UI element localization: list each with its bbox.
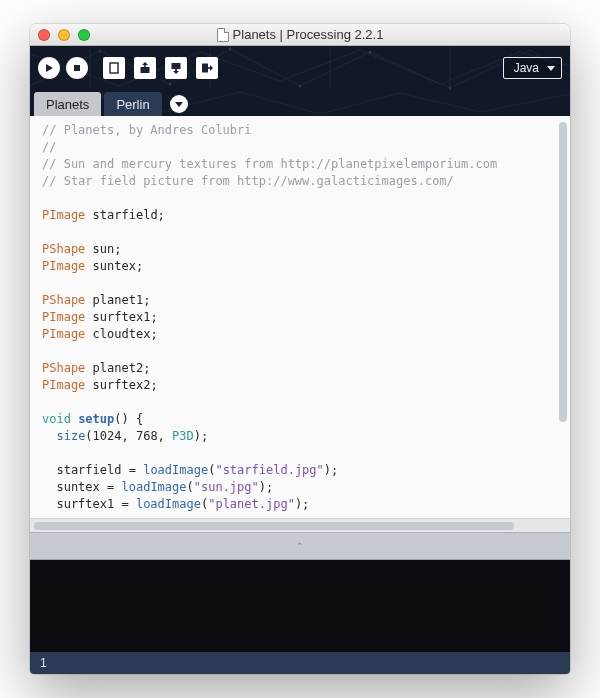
window-title: Planets | Processing 2.2.1 — [30, 27, 570, 42]
code-line: // — [42, 139, 570, 156]
svg-rect-7 — [74, 65, 80, 71]
code-line: PImage starfield; — [42, 207, 570, 224]
code-line — [42, 275, 570, 292]
code-line — [42, 394, 570, 411]
code-editor[interactable]: // Planets, by Andres Colubri//// Sun an… — [30, 116, 570, 518]
mode-label: Java — [514, 61, 539, 75]
chevron-down-icon — [547, 66, 555, 71]
editor-pane: // Planets, by Andres Colubri//// Sun an… — [30, 116, 570, 674]
status-bar: 1 — [30, 652, 570, 674]
file-controls — [100, 57, 218, 79]
code-line: PShape planet1; — [42, 292, 570, 309]
svg-point-3 — [299, 85, 302, 88]
pane-divider[interactable]: ⌃ — [30, 532, 570, 560]
play-icon — [44, 63, 54, 73]
tab-label: Perlin — [116, 97, 149, 112]
code-line: size(1024, 768, P3D); — [42, 428, 570, 445]
code-line: suntex = loadImage("sun.jpg"); — [42, 479, 570, 496]
tab-label: Planets — [46, 97, 89, 112]
code-line: starfield = loadImage("starfield.jpg"); — [42, 462, 570, 479]
titlebar: Planets | Processing 2.2.1 — [30, 24, 570, 46]
zoom-icon[interactable] — [78, 29, 90, 41]
minimize-icon[interactable] — [58, 29, 70, 41]
code-line — [42, 445, 570, 462]
svg-rect-8 — [110, 63, 118, 73]
toolbar: Java — [30, 46, 570, 90]
svg-point-0 — [99, 50, 102, 53]
vertical-scrollbar[interactable] — [559, 122, 567, 422]
tab-planets[interactable]: Planets — [34, 92, 101, 116]
open-icon — [138, 61, 152, 75]
tab-menu-button[interactable] — [170, 95, 188, 113]
export-icon — [200, 61, 214, 75]
svg-rect-17 — [207, 67, 211, 69]
new-button[interactable] — [103, 57, 125, 79]
code-line: surftex1 = loadImage("planet.jpg"); — [42, 496, 570, 513]
tab-perlin[interactable]: Perlin — [104, 92, 161, 116]
svg-rect-11 — [144, 64, 146, 67]
code-line: void setup() { — [42, 411, 570, 428]
code-line: // Planets, by Andres Colubri — [42, 122, 570, 139]
svg-rect-9 — [141, 67, 150, 73]
tab-bar: Planets Perlin — [30, 90, 570, 116]
svg-marker-6 — [46, 64, 53, 72]
save-icon — [169, 61, 183, 75]
code-line: // Star field picture from http://www.ga… — [42, 173, 570, 190]
window-controls — [30, 29, 90, 41]
window-title-text: Planets | Processing 2.2.1 — [233, 27, 384, 42]
console-area[interactable] — [30, 560, 570, 652]
code-line: PImage cloudtex; — [42, 326, 570, 343]
svg-point-2 — [229, 48, 232, 51]
stop-icon — [72, 63, 82, 73]
line-number: 1 — [40, 656, 47, 670]
code-line: PImage surftex1; — [42, 309, 570, 326]
code-line: PShape planet2; — [42, 360, 570, 377]
code-line — [42, 190, 570, 207]
app-window: Planets | Processing 2.2.1 — [30, 24, 570, 674]
document-icon — [217, 28, 229, 42]
mode-selector[interactable]: Java — [503, 57, 562, 79]
run-button[interactable] — [38, 57, 60, 79]
run-controls — [38, 57, 88, 79]
open-button[interactable] — [134, 57, 156, 79]
svg-rect-14 — [175, 68, 177, 72]
code-line: PImage surftex2; — [42, 377, 570, 394]
svg-point-1 — [169, 83, 172, 86]
stop-button[interactable] — [66, 57, 88, 79]
chevron-down-icon — [175, 102, 183, 107]
close-icon[interactable] — [38, 29, 50, 41]
code-line: PShape sun; — [42, 241, 570, 258]
horizontal-scrollbar[interactable] — [30, 518, 570, 532]
code-line: PImage suntex; — [42, 258, 570, 275]
code-line — [42, 224, 570, 241]
scrollbar-thumb[interactable] — [34, 522, 514, 530]
export-button[interactable] — [196, 57, 218, 79]
svg-point-4 — [369, 51, 372, 54]
code-line: // Sun and mercury textures from http://… — [42, 156, 570, 173]
save-button[interactable] — [165, 57, 187, 79]
new-file-icon — [107, 61, 121, 75]
code-line — [42, 343, 570, 360]
